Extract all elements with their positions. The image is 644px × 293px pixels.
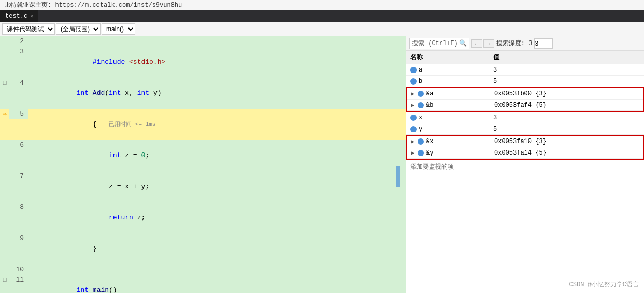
watch-icon-amp-a: [418, 91, 424, 97]
red-group-2: ▶ &x 0x0053fa10 {3} ▶ &y 0x0053f: [406, 135, 644, 160]
top-notice: 比特就业课主页: https://m.cctalk.com/inst/s9vun…: [0, 0, 644, 10]
depth-label: 搜索深度: 3: [496, 39, 533, 48]
linenum-8: 8: [9, 202, 28, 213]
linecontent-8: return z;: [28, 202, 406, 233]
expand-arrow-amp-b[interactable]: ▶: [411, 102, 414, 108]
watch-row-amp-y[interactable]: ▶ &y 0x0053fa14 {5}: [407, 147, 643, 159]
watch-row-a[interactable]: a 3: [406, 64, 644, 76]
watch-icon-x: [410, 115, 417, 121]
tab-test-c[interactable]: test.c ✕: [0, 10, 39, 22]
code-line-4: □ 4 int Add(int x, int y): [0, 78, 406, 109]
watch-row-b-name: b: [406, 77, 489, 86]
watch-name-x: x: [419, 114, 422, 121]
fold-icon-4[interactable]: □: [3, 78, 7, 88]
watch-nav: ← →: [471, 39, 494, 48]
search-box[interactable]: 搜索 (Ctrl+E) 🔍: [409, 38, 469, 49]
linenum-10: 10: [9, 264, 28, 275]
code-line-10: 10: [0, 264, 406, 275]
gutter-4: □: [0, 78, 9, 88]
code-line-8: 8 return z;: [0, 202, 406, 233]
gutter-11: □: [0, 275, 9, 285]
linenum-3: 3: [9, 47, 28, 57]
watch-value-y: 5: [489, 125, 644, 133]
watch-col-name-header: 名称: [406, 52, 489, 63]
watch-value-amp-b: 0x0053faf4 {5}: [490, 101, 643, 109]
watch-row-x[interactable]: x 3: [406, 112, 644, 123]
watch-toolbar: 搜索 (Ctrl+E) 🔍 ← → 搜索深度: 3: [406, 36, 644, 51]
notice-text: 比特就业课主页: https://m.cctalk.com/inst/s9vun…: [4, 1, 182, 9]
tab-bar: test.c ✕: [0, 10, 644, 22]
watch-value-amp-a: 0x0053fb00 {3}: [490, 90, 643, 98]
watch-row-amp-a-name: ▶ &a: [407, 90, 490, 98]
watch-row-x-name: x: [406, 114, 489, 122]
expand-arrow-amp-y[interactable]: ▶: [411, 150, 414, 156]
watermark-container: CSDN @小忆努力学C语言: [406, 277, 644, 293]
toolbar: 课件代码测试 (全局范围) main(): [0, 22, 644, 36]
main-container: 比特就业课主页: https://m.cctalk.com/inst/s9vun…: [0, 0, 644, 293]
watch-icon-b: [410, 78, 417, 85]
watch-name-b: b: [419, 78, 422, 85]
scope-select-3[interactable]: main(): [102, 23, 135, 35]
code-lines: 2 3 #include <stdio.h> □ 4: [0, 36, 406, 293]
watch-icon-y: [410, 126, 417, 132]
watch-row-amp-x[interactable]: ▶ &x 0x0053fa10 {3}: [407, 136, 643, 147]
watch-value-a: 3: [489, 66, 644, 74]
nav-next-btn[interactable]: →: [483, 39, 494, 48]
watch-row-b[interactable]: b 5: [406, 76, 644, 87]
watch-name-amp-y: &y: [426, 149, 433, 157]
expand-arrow-amp-x[interactable]: ▶: [411, 138, 414, 145]
code-line-3: 3 #include <stdio.h>: [0, 47, 406, 78]
watch-icon-amp-b: [418, 102, 424, 108]
watch-name-amp-a: &a: [426, 90, 433, 97]
tab-label: test.c: [5, 12, 27, 20]
watch-value-x: 3: [489, 114, 644, 122]
watch-row-amp-a[interactable]: ▶ &a 0x0053fb00 {3}: [407, 88, 643, 100]
linecontent-3: #include <stdio.h>: [28, 47, 406, 78]
linenum-9: 9: [9, 233, 28, 244]
fold-icon-11[interactable]: □: [3, 275, 7, 285]
watch-icon-amp-x: [418, 138, 424, 145]
arrow-indicator: ⇒: [3, 109, 7, 119]
red-group-1: ▶ &a 0x0053fb00 {3} ▶ &b 0x0053f: [406, 87, 644, 112]
code-line-2: 2: [0, 36, 406, 47]
linecontent-4: int Add(int x, int y): [28, 78, 406, 109]
add-watch-row[interactable]: 添加要监视的项: [406, 160, 644, 173]
code-line-6: 6 int z = 0;: [0, 140, 406, 171]
watch-row-amp-b[interactable]: ▶ &b 0x0053faf4 {5}: [407, 100, 643, 111]
csdn-watermark: CSDN @小忆努力学C语言: [569, 280, 639, 289]
nav-prev-btn[interactable]: ←: [471, 39, 482, 48]
expand-arrow-amp-a[interactable]: ▶: [411, 91, 414, 97]
linecontent-9: }: [28, 233, 406, 264]
watch-row-amp-x-name: ▶ &x: [407, 137, 490, 146]
code-panel[interactable]: 2 3 #include <stdio.h> □ 4: [0, 36, 406, 293]
linenum-11: 11: [9, 275, 28, 285]
watch-header: 名称 值: [406, 51, 644, 64]
watch-row-amp-b-name: ▶ &b: [407, 101, 490, 109]
scrollbar-thumb[interactable]: [396, 166, 400, 187]
linecontent-11: int main(): [28, 275, 406, 293]
linenum-6: 6: [9, 140, 28, 150]
code-line-5: ⇒ 5 { 已用时间 <= 1ms: [0, 109, 406, 140]
linenum-2: 2: [9, 36, 28, 47]
watch-name-a: a: [419, 66, 422, 74]
linecontent-6: int z = 0;: [28, 140, 406, 171]
linenum-4: 4: [9, 78, 28, 88]
scope-select-1[interactable]: 课件代码测试: [2, 23, 55, 35]
watch-table: a 3 b 5 ▶: [406, 64, 644, 277]
code-line-9: 9 }: [0, 233, 406, 264]
search-icon: 🔍: [459, 39, 467, 47]
watch-value-b: 5: [489, 77, 644, 86]
linenum-5: 5: [9, 109, 28, 119]
depth-input[interactable]: [534, 38, 553, 49]
scope-select-2[interactable]: (全局范围): [56, 23, 101, 35]
watch-value-amp-y: 0x0053fa14 {5}: [490, 149, 643, 157]
watch-row-y[interactable]: y 5: [406, 123, 644, 135]
watch-value-amp-x: 0x0053fa10 {3}: [490, 137, 643, 146]
watch-row-amp-y-name: ▶ &y: [407, 149, 490, 157]
linenum-7: 7: [9, 171, 28, 182]
tab-close-icon[interactable]: ✕: [30, 13, 33, 19]
gutter-5: ⇒: [0, 109, 9, 119]
watch-row-a-name: a: [406, 66, 489, 74]
watch-name-amp-b: &b: [426, 102, 433, 109]
watch-row-y-name: y: [406, 125, 489, 133]
